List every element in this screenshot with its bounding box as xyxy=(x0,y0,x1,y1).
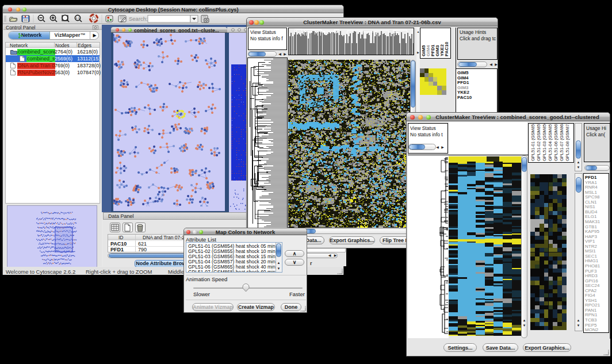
svg-text:Search:: Search: xyxy=(129,16,148,22)
svg-text:GPL51-06 (GSM865): GPL51-06 (GSM865) xyxy=(553,123,559,161)
svg-text:1:1: 1:1 xyxy=(75,16,80,20)
svg-text:GPL51-02 (GSM855): GPL51-02 (GSM855) xyxy=(536,123,541,161)
svg-text:GPL51-08 (GSM872): GPL51-08 (GSM872) xyxy=(565,123,570,161)
svg-text:GPL51-04 (GSM857): GPL51-04 (GSM857) xyxy=(548,123,553,161)
svg-text:GPL51-07 (GSM868): GPL51-07 (GSM868) xyxy=(559,123,564,161)
svg-text:GPL51-03 (GSM856): GPL51-03 (GSM856) xyxy=(542,123,547,161)
svg-text:GPL51-01 (GSM854): GPL51-01 (GSM854) xyxy=(530,123,536,161)
svg-text:PAC10: PAC10 xyxy=(444,41,449,56)
